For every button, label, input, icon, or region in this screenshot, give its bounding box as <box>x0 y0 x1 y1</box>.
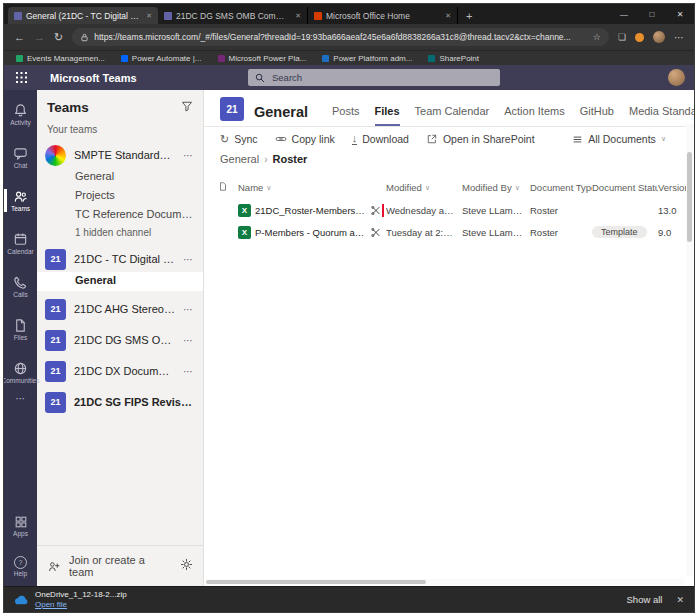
channel-item[interactable]: Projects <box>37 187 203 206</box>
more-options-icon[interactable]: ⋯ <box>183 304 195 315</box>
hidden-channel-link[interactable]: 1 hidden channel <box>37 225 203 246</box>
tab-close-icon[interactable]: ✕ <box>295 12 301 20</box>
more-options-icon[interactable]: ⋯ <box>183 335 195 346</box>
bookmark-label: Microsoft Power Pla... <box>229 54 307 63</box>
gear-icon[interactable] <box>180 557 193 575</box>
team-item-dg-sms[interactable]: 21 21DC DG SMS OMB Comm ⋯ <box>37 327 203 353</box>
url-field[interactable]: https://teams.microsoft.com/_#/files/Gen… <box>72 28 609 46</box>
file-row-roster-members[interactable]: X 21DC_Roster-Members.xlsx Wednesday at … <box>204 199 694 221</box>
view-selector[interactable]: All Documents ∨ <box>572 133 678 145</box>
rail-label: Calls <box>13 292 27 299</box>
show-all-button[interactable]: Show all <box>627 594 677 605</box>
extension-icon[interactable] <box>635 33 644 42</box>
column-document-type[interactable]: Document Type∨ <box>530 182 592 193</box>
bookmark-item[interactable]: Power Platform adm... <box>322 54 412 63</box>
horizontal-scrollbar[interactable] <box>206 579 684 585</box>
horizontal-scrollbar-thumb[interactable] <box>206 580 426 584</box>
team-name: 21DC SG FIPS Revision <box>74 396 195 408</box>
file-name-group[interactable]: X P-Members - Quorum and Votes - Xloca..… <box>238 226 380 239</box>
url-text: https://teams.microsoft.com/_#/files/Gen… <box>94 32 588 42</box>
breadcrumb-separator-icon: › <box>264 154 267 165</box>
channel-item[interactable]: TC Reference Documents <box>37 206 203 225</box>
filter-icon[interactable] <box>181 98 193 116</box>
team-item-smpte[interactable]: SMPTE Standards Community ⋯ <box>37 142 203 168</box>
tab-close-icon[interactable]: ✕ <box>146 12 152 20</box>
team-item-sg-fips[interactable]: 21 21DC SG FIPS Revision <box>37 389 203 415</box>
rail-item-calls[interactable]: Calls <box>4 265 37 308</box>
bookmark-item[interactable]: Microsoft Power Pla... <box>218 54 307 63</box>
column-version[interactable]: Version∨ <box>658 182 688 193</box>
column-modified-by[interactable]: Modified By∨ <box>462 182 530 193</box>
column-document-status[interactable]: Document Status∨ <box>592 182 658 193</box>
rail-item-files[interactable]: Files <box>4 308 37 351</box>
tab-close-icon[interactable]: ✕ <box>445 12 451 20</box>
search-input[interactable] <box>270 71 493 84</box>
team-item-21dc-tc[interactable]: 21 21DC - TC Digital Cinema ⋯ <box>37 246 203 272</box>
back-button[interactable]: ← <box>14 32 25 43</box>
browser-profile-avatar[interactable] <box>653 31 665 43</box>
copy-link-button[interactable]: Copy link <box>275 133 335 145</box>
rail-item-apps[interactable]: Apps <box>4 505 37 548</box>
phone-icon <box>13 275 28 290</box>
maximize-button[interactable]: □ <box>638 4 666 24</box>
browser-tab-2[interactable]: 21DC DG SMS OMB Comm - Ge ✕ <box>158 7 308 24</box>
breadcrumb-general-link[interactable]: General <box>220 153 259 165</box>
rail-item-calendar[interactable]: Calendar <box>4 222 37 265</box>
rail-item-chat[interactable]: Chat <box>4 136 37 179</box>
bookmark-item[interactable]: SharePoint <box>428 54 479 63</box>
rail-item-communities[interactable]: Communities <box>4 351 37 394</box>
rail-item-teams[interactable]: Teams <box>4 179 37 222</box>
vertical-scrollbar[interactable] <box>686 124 693 576</box>
tab-files[interactable]: Files <box>375 105 400 126</box>
forward-button[interactable]: → <box>34 32 45 43</box>
file-row-p-members[interactable]: X P-Members - Quorum and Votes - Xloca..… <box>204 221 694 243</box>
tab-posts[interactable]: Posts <box>332 105 360 126</box>
channel-item-general-selected[interactable]: General <box>37 272 203 291</box>
download-item[interactable]: OneDrive_1_12-18-2...zip Open file <box>14 590 127 608</box>
team-avatar: 21 <box>45 249 66 270</box>
new-tab-button[interactable]: + <box>458 10 480 24</box>
vertical-scrollbar-thumb[interactable] <box>687 152 692 242</box>
search-box[interactable] <box>248 69 500 86</box>
column-name[interactable]: Name∨ <box>238 182 386 193</box>
minimize-button[interactable]: — <box>610 4 638 24</box>
bookmark-item[interactable]: Events Managemen... <box>16 54 105 63</box>
teams-people-icon <box>13 189 28 204</box>
tab-team-calendar[interactable]: Team Calendar <box>415 105 490 126</box>
tab-github[interactable]: GitHub <box>580 105 614 126</box>
download-filename: OneDrive_1_12-18-2...zip <box>35 590 127 599</box>
column-modified[interactable]: Modified∨ <box>386 182 462 193</box>
close-button[interactable]: ✕ <box>666 4 694 24</box>
channel-item[interactable]: General <box>37 168 203 187</box>
waffle-icon[interactable] <box>4 72 38 83</box>
file-name[interactable]: 21DC_Roster-Members.xlsx <box>255 205 367 216</box>
rail-more-icon[interactable]: ⋯ <box>16 394 26 410</box>
browser-menu-icon[interactable]: ⋯ <box>674 32 684 43</box>
more-options-icon[interactable]: ⋯ <box>183 366 195 377</box>
annotated-file-name[interactable]: X 21DC_Roster-Members.xlsx <box>238 204 380 217</box>
team-item-dx[interactable]: 21 21DC DX Document Maintenance ⋯ <box>37 358 203 384</box>
user-avatar[interactable] <box>668 69 685 86</box>
download-bar-close-icon[interactable]: ✕ <box>676 595 684 605</box>
more-options-icon[interactable]: ⋯ <box>183 150 195 161</box>
join-or-create-team-link[interactable]: Join or create a team <box>69 554 172 578</box>
sync-button[interactable]: ↻ Sync <box>220 133 258 145</box>
tab-action-items[interactable]: Action Items <box>504 105 565 126</box>
browser-tab-1[interactable]: General (21DC - TC Digital Cine ✕ <box>8 7 158 24</box>
tab-media-standards[interactable]: Media Standards <box>629 105 695 126</box>
collections-icon[interactable]: ❏ <box>618 32 626 42</box>
rail-item-help[interactable]: ? Help <box>4 548 37 586</box>
refresh-button[interactable]: ↻ <box>54 32 63 43</box>
browser-tab-3[interactable]: Microsoft Office Home ✕ <box>308 7 458 24</box>
favorite-star-icon[interactable]: ☆ <box>593 32 601 42</box>
rail-item-activity[interactable]: Activity <box>4 93 37 136</box>
more-options-icon[interactable]: ⋯ <box>183 254 195 265</box>
open-file-link[interactable]: Open file <box>35 600 127 609</box>
bookmark-item[interactable]: Power Automate |... <box>121 54 202 63</box>
download-button[interactable]: ↓ Download <box>352 133 409 145</box>
open-in-sharepoint-button[interactable]: Open in SharePoint <box>426 133 535 145</box>
file-type-column-icon[interactable] <box>218 181 238 194</box>
sidebar-title: Teams <box>47 100 181 115</box>
file-name[interactable]: P-Members - Quorum and Votes - Xloca... <box>255 227 367 238</box>
team-item-ahg[interactable]: 21 21DC AHG Stereo Subtitling ⋯ <box>37 296 203 322</box>
